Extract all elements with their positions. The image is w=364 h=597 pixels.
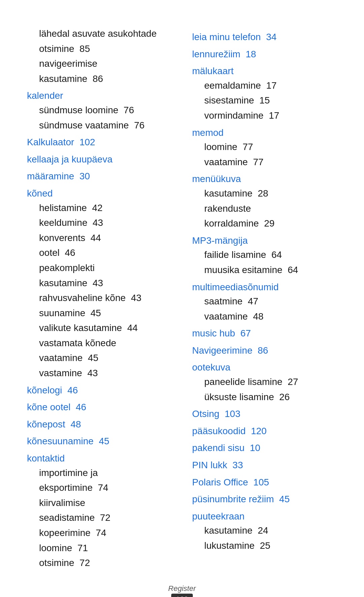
entry-number: 76	[134, 120, 145, 130]
entry-text: kasutamine	[204, 188, 252, 199]
index-entry: rakenduste	[192, 202, 344, 216]
entry-text: rakenduste	[204, 203, 251, 214]
entry-text: valikute kasutamine	[39, 323, 122, 333]
index-entry: kõnelogi 46	[27, 384, 179, 397]
entry-number: 103	[225, 409, 241, 419]
entry-text: vastamine	[39, 368, 82, 378]
entry-number: 18	[246, 49, 256, 59]
entry-number: 64	[271, 249, 282, 260]
index-entry: püsinumbrite režiim 45	[192, 492, 344, 506]
entry-text: keeldumine	[39, 217, 87, 228]
entry-text: kõnelogi	[27, 385, 62, 395]
index-entry: kellaaja ja kuupäeva	[27, 153, 179, 167]
entry-text: kõned	[27, 188, 53, 199]
index-entry: üksuste lisamine 26	[192, 390, 344, 404]
index-entry: vastamine 43	[27, 366, 179, 380]
entry-text: pääsukoodid	[192, 426, 246, 436]
entry-number: 72	[80, 558, 90, 568]
entry-text: Kalkulaator	[27, 137, 74, 147]
entry-number: 45	[279, 494, 290, 504]
index-entry: memod	[192, 126, 344, 140]
index-entry: lukustamine 25	[192, 539, 344, 553]
entry-text: kellaaja ja kuupäeva	[27, 154, 113, 165]
entry-number: 43	[131, 293, 141, 303]
index-entry: failide lisamine 64	[192, 248, 344, 262]
entry-text: MP3-mängija	[192, 235, 248, 246]
entry-number: 43	[93, 217, 103, 228]
entry-text: kõnesuunamine	[27, 436, 94, 446]
entry-text: peakomplekti	[39, 263, 95, 273]
entry-text: otsimine	[39, 558, 74, 568]
entry-number: 17	[266, 80, 277, 91]
index-entry: vaatamine 77	[192, 155, 344, 169]
index-entry: valikute kasutamine 44	[27, 321, 179, 335]
index-entry: PIN lukk 33	[192, 458, 344, 472]
entry-number: 67	[240, 328, 251, 338]
entry-text: seadistamine	[39, 512, 95, 523]
entry-number: 77	[253, 157, 264, 167]
index-entry: loomine 71	[27, 541, 179, 555]
index-entry: Kalkulaator 102	[27, 136, 179, 149]
index-entry: kõnepost 48	[27, 418, 179, 431]
index-entry: kõne ootel 46	[27, 400, 179, 414]
entry-text: vaatamine	[204, 157, 248, 167]
entry-number: 74	[96, 528, 106, 538]
entry-text: vastamata kõnede	[39, 338, 116, 348]
entry-number: 27	[288, 377, 298, 387]
index-entry: navigeerimise	[27, 57, 179, 71]
index-entry: otsimine 72	[27, 556, 179, 570]
index-entry: paneelide lisamine 27	[192, 375, 344, 389]
index-entry: kasutamine 43	[27, 276, 179, 290]
entry-text: kõnepost	[27, 419, 65, 429]
entry-text: korraldamine	[204, 218, 259, 229]
entry-text: sündmuse vaatamine	[39, 120, 129, 130]
index-entry: leia minu telefon 34	[192, 30, 344, 44]
page-content: lähedal asuvate asukohtadeotsimine 85nav…	[0, 13, 364, 592]
entry-text: menüükuva	[192, 174, 241, 184]
entry-number: 46	[76, 402, 86, 412]
entry-number: 10	[250, 443, 260, 453]
entry-number: 74	[98, 482, 108, 493]
index-entry: vastamata kõnede	[27, 336, 179, 350]
entry-text: kiirvalimise	[39, 498, 85, 508]
entry-text: Navigeerimine	[192, 345, 252, 356]
entry-text: failide lisamine	[204, 249, 266, 260]
index-entry: vaatamine 45	[27, 351, 179, 365]
index-entry: music hub 67	[192, 327, 344, 340]
entry-number: 43	[87, 368, 98, 378]
index-entry: eksportimine 74	[27, 481, 179, 495]
index-entry: lähedal asuvate asukohtade	[27, 27, 179, 41]
index-entry: määramine 30	[27, 170, 179, 183]
index-entry: helistamine 42	[27, 201, 179, 215]
entry-text: sisestamine	[204, 95, 254, 106]
footer: Register 138	[0, 584, 364, 597]
index-entry: vaatamine 48	[192, 310, 344, 324]
index-entry: Polaris Office 105	[192, 476, 344, 489]
entry-number: 26	[279, 392, 290, 402]
entry-text: leia minu telefon	[192, 32, 261, 42]
index-entry: Otsing 103	[192, 407, 344, 421]
index-entry: kõnesuunamine 45	[27, 435, 179, 448]
entry-text: püsinumbrite režiim	[192, 494, 274, 504]
entry-number: 48	[70, 419, 81, 429]
index-entry: keeldumine 43	[27, 216, 179, 230]
entry-number: 86	[93, 73, 103, 84]
entry-text: loomine	[39, 543, 72, 553]
entry-text: ootel	[39, 247, 60, 258]
left-column: lähedal asuvate asukohtadeotsimine 85nav…	[27, 27, 192, 571]
index-entry: kasutamine 86	[27, 72, 179, 86]
entry-number: 120	[251, 426, 267, 436]
index-entry: sündmuse loomine 76	[27, 103, 179, 117]
entry-text: muusika esitamine	[204, 265, 282, 275]
entry-number: 28	[258, 188, 268, 199]
entry-text: eemaldamine	[204, 80, 261, 91]
entry-text: vaatamine	[39, 353, 83, 363]
entry-text: puuteekraan	[192, 511, 245, 521]
index-entry: vormindamine 17	[192, 109, 344, 123]
entry-text: eksportimine	[39, 482, 93, 493]
entry-number: 72	[100, 512, 111, 523]
entry-text: navigeerimise	[39, 58, 97, 69]
entry-number: 45	[88, 353, 98, 363]
index-entry: mälukaart	[192, 64, 344, 78]
index-entry: puuteekraan	[192, 510, 344, 524]
